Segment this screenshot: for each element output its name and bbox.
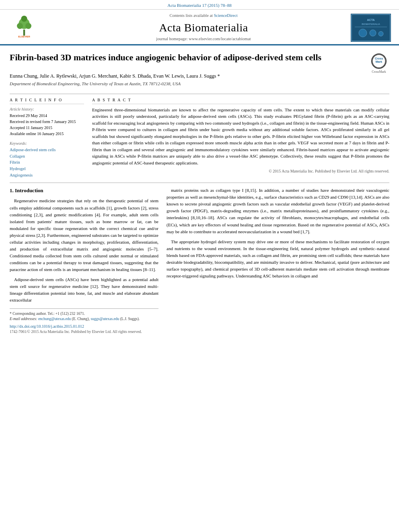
section1-right-body: matrix proteins such as collagen type I … — [167, 187, 389, 279]
divider-after-authors — [10, 94, 389, 94]
footnote-area: * Corresponding author. Tel.: +1 (512) 2… — [10, 308, 158, 335]
footnote-email: E-mail addresses: enchung@utexas.edu (E.… — [10, 316, 158, 322]
journal-logo-right: ACTA BIOMATERIALIA — [351, 14, 391, 42]
main-content: 1. Introduction Regenerative medicine st… — [0, 187, 399, 335]
journal-title-area: Contents lists available at ScienceDirec… — [56, 13, 351, 42]
abstract-text: Engineered three-dimensional biomaterial… — [92, 107, 389, 166]
divider-main — [10, 183, 389, 183]
journal-citation: Acta Biomaterialia 17 (2015) 78–88 — [0, 0, 399, 10]
section1-para2: Adipose-derived stem cells (ASCs) have b… — [10, 276, 158, 304]
article-header: Fibrin-based 3D matrices induce angiogen… — [0, 45, 399, 90]
footnote-email-addresses: enchung@utexas.edu (E. Chung), suggs@ute… — [38, 317, 140, 321]
elsevier-logo: ELSEVIER — [8, 14, 56, 41]
journal-header: ELSEVIER Contents lists available at Sci… — [0, 10, 399, 44]
bottom-copyright: 1742-7061/© 2015 Acta Materialia Inc. Pu… — [10, 329, 158, 335]
svg-text:Cross: Cross — [375, 57, 383, 60]
accepted-date: Accepted 11 January 2015 — [10, 125, 84, 131]
svg-point-2 — [17, 23, 23, 29]
abstract-copyright: © 2015 Acta Materialia Inc. Published by… — [92, 168, 389, 174]
authors: Eunna Chung, Julie A. Rytlewski, Arjun G… — [10, 73, 389, 80]
sciencedirect-link[interactable]: ScienceDirect — [214, 13, 238, 18]
article-title-row: Fibrin-based 3D matrices induce angiogen… — [10, 52, 389, 70]
keyword-5: Angiogenesis — [10, 173, 84, 179]
article-history-label: Article history: — [10, 107, 84, 112]
article-info-abstract: A R T I C L E I N F O Article history: R… — [0, 97, 399, 179]
svg-point-4 — [21, 16, 27, 22]
section1-body: Regenerative medicine strategies that re… — [10, 197, 158, 304]
svg-text:ACTA: ACTA — [367, 18, 375, 21]
svg-point-3 — [25, 23, 31, 29]
svg-point-11 — [359, 29, 367, 37]
doi-line[interactable]: http://dx.doi.org/10.1016/j.actbio.2015.… — [10, 324, 158, 329]
abstract-col: A B S T R A C T Engineered three-dimensi… — [92, 97, 389, 179]
svg-text:Mark: Mark — [376, 60, 383, 64]
revised-date: Received in revised form 7 January 2015 — [10, 119, 84, 125]
crossmark-label: CrossMark — [372, 70, 386, 74]
main-right-col: matrix proteins such as collagen type I … — [167, 187, 389, 335]
keywords-label: Keywords: — [10, 141, 84, 146]
received-date: Received 29 May 2014 — [10, 113, 84, 119]
journal-title: Acta Biomaterialia — [60, 20, 347, 35]
section1-title: 1. Introduction — [10, 187, 158, 194]
keyword-2: Collagen — [10, 154, 84, 160]
section1-para1: Regenerative medicine strategies that re… — [10, 197, 158, 273]
main-left-col: 1. Introduction Regenerative medicine st… — [10, 187, 158, 335]
article-info-heading: A R T I C L E I N F O — [10, 97, 84, 104]
affiliation: Department of Biomedical Engineering, Th… — [10, 81, 389, 87]
svg-text:BIOMATERIALIA: BIOMATERIALIA — [362, 23, 380, 25]
abstract-heading: A B S T R A C T — [92, 97, 389, 104]
svg-point-13 — [378, 31, 383, 36]
email-chung[interactable]: enchung@utexas.edu — [38, 317, 71, 321]
svg-rect-0 — [23, 30, 25, 36]
keyword-3: Fibrin — [10, 160, 84, 166]
crossmark-badge[interactable]: Cross Mark CrossMark — [368, 53, 389, 70]
article-title: Fibrin-based 3D matrices induce angiogen… — [10, 52, 364, 64]
footnote-corresponding: * Corresponding author. Tel.: +1 (512) 2… — [10, 311, 158, 316]
article-info-col: A R T I C L E I N F O Article history: R… — [10, 97, 84, 179]
svg-point-12 — [370, 30, 376, 36]
doi-link[interactable]: http://dx.doi.org/10.1016/j.actbio.2015.… — [10, 324, 84, 329]
keywords-section: Keywords: Adipose-derived stem cells Col… — [10, 141, 84, 178]
email-suggs[interactable]: suggs@utexas.edu — [91, 317, 119, 321]
journal-homepage: journal homepage: www.elsevier.com/locat… — [60, 36, 347, 42]
svg-rect-6 — [351, 14, 391, 42]
section1-right-para1: matrix proteins such as collagen type I … — [167, 187, 389, 235]
section1-right-para2: The appropriate hydrogel delivery system… — [167, 238, 389, 279]
sciencedirect-line: Contents lists available at ScienceDirec… — [60, 13, 347, 19]
keyword-4: Hydrogel — [10, 166, 84, 172]
available-date: Available online 16 January 2015 — [10, 131, 84, 137]
crossmark-icon: Cross Mark — [371, 53, 387, 69]
svg-text:ELSEVIER: ELSEVIER — [18, 35, 30, 38]
keyword-1: Adipose-derived stem cells — [10, 147, 84, 153]
